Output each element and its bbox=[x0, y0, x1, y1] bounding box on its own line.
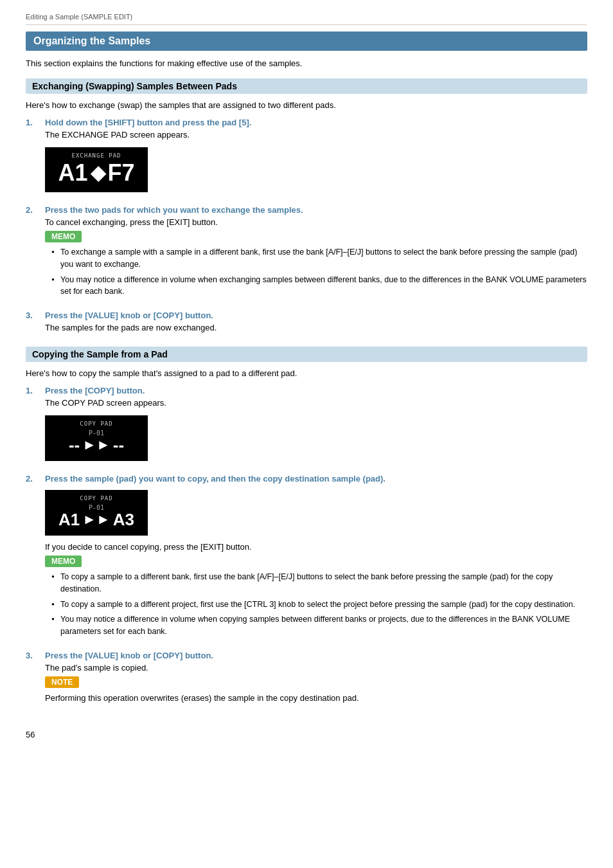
copy-screen2-right: A3 bbox=[113, 511, 134, 528]
exchange-pad-screen-content: A1 ◆ F7 bbox=[57, 161, 136, 185]
copy-step-2-description: If you decide to cancel copying, press t… bbox=[45, 542, 587, 552]
copy-pad-screen-2-title: COPY PAD bbox=[57, 495, 136, 502]
copy-screen2-arrows: ►► bbox=[82, 512, 111, 527]
exchange-step-2-number: 2. bbox=[26, 205, 45, 304]
copy-pad-screen-1: COPY PAD P-01 -- ►► -- bbox=[45, 415, 148, 461]
copy-step-3-number: 3. bbox=[26, 651, 45, 710]
copy-pad-screen-2-content: A1 ►► A3 bbox=[57, 511, 136, 528]
copy-memo-item-3: You may notice a difference in volume wh… bbox=[51, 613, 587, 638]
copy-screen1-arrows: ►► bbox=[82, 438, 111, 452]
copy-memo-item-2: To copy a sample to a different project,… bbox=[51, 599, 587, 611]
copy-memo-list: To copy a sample to a different bank, fi… bbox=[51, 571, 587, 638]
exchange-memo-list: To exchange a sample with a sample in a … bbox=[51, 246, 587, 298]
exchange-step-1-description: The EXCHANGE PAD screen appears. bbox=[45, 130, 587, 140]
exchange-memo-item-1: To exchange a sample with a sample in a … bbox=[51, 246, 587, 271]
exchange-step-3-number: 3. bbox=[26, 311, 45, 336]
exchange-pad-screen: EXCHANGE PAD A1 ◆ F7 bbox=[45, 147, 148, 192]
copy-screen1-left: -- bbox=[69, 437, 80, 453]
exchange-memo-label: MEMO bbox=[45, 231, 82, 242]
exchange-step-2: 2. Press the two pads for which you want… bbox=[26, 205, 587, 304]
exchange-step-3-description: The samples for the pads are now exchang… bbox=[45, 323, 587, 332]
page-number: 56 bbox=[26, 730, 587, 739]
copy-note-text: Performing this operation overwrites (er… bbox=[45, 693, 587, 703]
copy-pad-screen-2: COPY PAD P-01 A1 ►► A3 bbox=[45, 490, 148, 536]
copy-step-2: 2. Press the sample (pad) you want to co… bbox=[26, 474, 587, 644]
copy-note-label: NOTE bbox=[45, 676, 79, 688]
exchange-step-1-instruction: Hold down the [SHIFT] button and press t… bbox=[45, 118, 587, 127]
copy-step-1-number: 1. bbox=[26, 386, 45, 467]
copy-pad-screen-1-title: COPY PAD bbox=[57, 420, 136, 427]
copy-step-1-content: Press the [COPY] button. The COPY PAD sc… bbox=[45, 386, 587, 467]
main-section-header: Organizing the Samples bbox=[26, 32, 587, 51]
copying-intro: Here's how to copy the sample that's ass… bbox=[26, 368, 587, 378]
copy-screen2-left: A1 bbox=[58, 511, 80, 528]
copy-screen1-right: -- bbox=[113, 437, 124, 453]
exchange-step-3-instruction: Press the [VALUE] knob or [COPY] button. bbox=[45, 311, 587, 320]
copy-step-1: 1. Press the [COPY] button. The COPY PAD… bbox=[26, 386, 587, 467]
exchange-pad-screen-title: EXCHANGE PAD bbox=[57, 152, 136, 159]
exchange-step-2-content: Press the two pads for which you want to… bbox=[45, 205, 587, 304]
copy-step-2-instruction: Press the sample (pad) you want to copy,… bbox=[45, 474, 587, 484]
copy-step-1-description: The COPY PAD screen appears. bbox=[45, 398, 587, 408]
exchange-step-2-instruction: Press the two pads for which you want to… bbox=[45, 205, 587, 215]
exchange-screen-right: F7 bbox=[108, 161, 135, 185]
exchange-step-3: 3. Press the [VALUE] knob or [COPY] butt… bbox=[26, 311, 587, 336]
copy-memo-label: MEMO bbox=[45, 556, 82, 567]
breadcrumb: Editing a Sample (SAMPLE EDIT) bbox=[26, 13, 587, 25]
copy-memo-item-1: To copy a sample to a different bank, fi… bbox=[51, 571, 587, 595]
exchange-screen-diamond: ◆ bbox=[91, 163, 105, 183]
copy-step-2-number: 2. bbox=[26, 474, 45, 644]
exchange-screen-left: A1 bbox=[58, 161, 87, 185]
copy-pad-screen-1-content: -- ►► -- bbox=[57, 437, 136, 453]
copy-step-3-instruction: Press the [VALUE] knob or [COPY] button. bbox=[45, 651, 587, 660]
exchange-step-1-content: Hold down the [SHIFT] button and press t… bbox=[45, 118, 587, 199]
exchange-step-1: 1. Hold down the [SHIFT] button and pres… bbox=[26, 118, 587, 199]
exchange-step-1-number: 1. bbox=[26, 118, 45, 199]
exchanging-intro: Here's how to exchange (swap) the sample… bbox=[26, 100, 587, 110]
copy-step-2-content: Press the sample (pad) you want to copy,… bbox=[45, 474, 587, 644]
copy-step-1-instruction: Press the [COPY] button. bbox=[45, 386, 587, 395]
copying-section-header: Copying the Sample from a Pad bbox=[26, 347, 587, 362]
copy-step-3-description: The pad's sample is copied. bbox=[45, 663, 587, 673]
exchanging-section-header: Exchanging (Swapping) Samples Between Pa… bbox=[26, 78, 587, 94]
copy-step-3: 3. Press the [VALUE] knob or [COPY] butt… bbox=[26, 651, 587, 710]
main-intro-text: This section explains the functions for … bbox=[26, 59, 587, 68]
exchange-step-3-content: Press the [VALUE] knob or [COPY] button.… bbox=[45, 311, 587, 336]
exchange-memo-item-2: You may notice a difference in volume wh… bbox=[51, 274, 587, 298]
exchange-step-2-description: To cancel exchanging, press the [EXIT] b… bbox=[45, 217, 587, 227]
copy-step-3-content: Press the [VALUE] knob or [COPY] button.… bbox=[45, 651, 587, 710]
